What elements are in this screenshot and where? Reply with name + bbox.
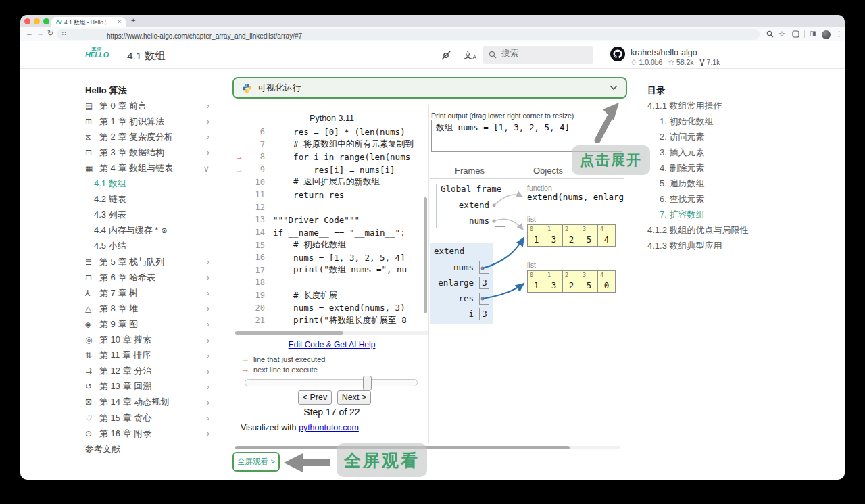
toc-item-access[interactable]: 2. 访问元素	[647, 129, 820, 145]
chevron-right-icon: ›	[207, 288, 211, 298]
list-object-nums: list 01 13 22 35 44	[527, 215, 616, 247]
zoom-page-icon[interactable]	[766, 30, 774, 38]
search-box[interactable]	[483, 46, 593, 64]
chevron-right-icon: ›	[207, 366, 211, 376]
new-tab-button[interactable]: +	[131, 16, 135, 24]
sidebar-item-ch2[interactable]: ⧖第 2 章 复杂度分析›	[85, 129, 211, 145]
array-cell: 13	[545, 224, 563, 247]
value-cell: 3	[479, 308, 489, 320]
sidebar-item-ch9[interactable]: ◈第 9 章 图›	[85, 316, 211, 332]
sidebar-item-ch11[interactable]: ⇅第 11 章 排序›	[85, 348, 211, 363]
sort-icon: ⇅	[85, 351, 99, 360]
site-info-icon[interactable]: ∷	[62, 30, 66, 37]
sidebar-item-4-5[interactable]: 4.5 小结	[85, 238, 211, 254]
sidebar-item-ch0[interactable]: ▤第 0 章 前言›	[85, 98, 211, 114]
sidebar-item-ch1[interactable]: ⊞第 1 章 初识算法›	[85, 114, 211, 129]
sidebar-item-ch5[interactable]: ≣第 5 章 栈与队列›	[85, 254, 211, 270]
page-title: 4.1 数组	[127, 49, 166, 64]
visual-run-panel-header[interactable]: 可视化运行	[232, 77, 627, 99]
tag-icon: ♢	[631, 58, 637, 66]
code-vertical-scrollbar[interactable]	[424, 197, 427, 313]
global-frame: Global frame extend nums	[436, 184, 505, 228]
sidebar-item-4-3[interactable]: 4.3 列表	[85, 207, 211, 223]
side-panel-icon[interactable]: ◨	[810, 30, 816, 37]
array-cell: 35	[580, 224, 598, 247]
toc-item-4-1-1[interactable]: 4.1.1 数组常用操作	[647, 98, 820, 114]
repo-name[interactable]: krahets/hello-algo	[631, 48, 697, 57]
sidebar-item-4-4[interactable]: 4.4 内存与缓存 *⊛	[85, 223, 211, 238]
toc-item-4-1-2[interactable]: 4.1.2 数组的优点与局限性	[647, 223, 820, 238]
array-cell: 22	[562, 224, 580, 247]
close-tab-icon[interactable]: ×	[118, 18, 121, 25]
translate-icon[interactable]: 文A	[464, 49, 476, 61]
theme-toggle-icon[interactable]	[441, 50, 451, 61]
sidebar-item-4-1[interactable]: 4.1 数组	[85, 176, 211, 192]
pointer-cell	[495, 199, 505, 211]
chevron-right-icon: ›	[207, 428, 211, 438]
sidebar-item-ch3[interactable]: ⊡第 3 章 数据结构›	[85, 145, 211, 160]
minimize-window-button[interactable]	[34, 18, 40, 24]
zoom-window-button[interactable]	[43, 18, 49, 24]
back-button[interactable]: ←	[26, 29, 33, 37]
print-output-label: Print output (drag lower right corner to…	[431, 111, 574, 120]
address-bar[interactable]: ∷ https://www.hello-algo.com/chapter_arr…	[57, 29, 760, 40]
toc-item-4-1-3[interactable]: 4.1.3 数组典型应用	[647, 238, 820, 254]
close-window-button[interactable]	[24, 18, 30, 24]
chevron-right-icon: ›	[207, 351, 211, 361]
array-cell: 22	[562, 270, 580, 293]
next-button[interactable]: Next >	[337, 390, 371, 405]
browser-tab[interactable]: 4.1 数组 - Hello 算法 ×	[51, 17, 126, 27]
search-icon	[489, 51, 497, 59]
sidebar-item-ch8[interactable]: △第 8 章 堆›	[85, 301, 211, 316]
step-slider-handle[interactable]	[363, 376, 372, 390]
divide-icon: ⇉	[85, 366, 99, 376]
extensions-icon[interactable]	[792, 30, 799, 38]
toc-item-traverse[interactable]: 5. 遍历数组	[647, 176, 820, 192]
sidebar-item-ch14[interactable]: ⊠第 14 章 动态规划›	[85, 395, 211, 410]
github-logo[interactable]	[610, 47, 625, 61]
sidebar-item-ch4[interactable]: ▦第 4 章 数组与链表∨	[85, 160, 211, 176]
code-horizontal-scrollbar[interactable]	[235, 331, 343, 335]
table-of-contents: 目录 4.1.1 数组常用操作 1. 初始化数组 2. 访问元素 3. 插入元素…	[647, 82, 820, 254]
toc-item-find[interactable]: 6. 查找元素	[647, 192, 820, 207]
tab-title: 4.1 数组 - Hello 算法	[64, 19, 106, 27]
premium-badge-icon: ⊛	[161, 226, 167, 235]
array-cell: 44	[597, 224, 616, 247]
toc-item-expand[interactable]: 7. 扩容数组	[647, 207, 820, 223]
chevron-down-icon: ∨	[203, 163, 211, 174]
search-input[interactable]	[501, 49, 588, 58]
sidebar-item-ch6[interactable]: ⊟第 6 章 哈希表›	[85, 270, 211, 285]
browser-menu-icon[interactable]: ⋮	[835, 30, 843, 39]
chevron-right-icon: ›	[207, 147, 211, 157]
sidebar-item-4-2[interactable]: 4.2 链表	[85, 192, 211, 207]
reload-button[interactable]: ↻	[47, 29, 53, 38]
profile-avatar[interactable]	[822, 30, 831, 39]
sidebar-item-ch7[interactable]: ⅄第 7 章 树›	[85, 285, 211, 301]
edit-code-link-wrap: Edit Code & Get AI Help	[235, 340, 428, 349]
sidebar-item-ch12[interactable]: ⇉第 12 章 分治›	[85, 363, 211, 379]
edit-code-link[interactable]: Edit Code & Get AI Help	[289, 340, 376, 349]
browser-window: 4.1 数组 - Hello 算法 × + ← → ↻ ∷ https://ww…	[20, 15, 845, 480]
frames-header: Frames	[443, 166, 497, 176]
toc-item-insert[interactable]: 3. 插入元素	[647, 145, 820, 160]
sidebar-item-ch16[interactable]: ⊙第 16 章 附录›	[85, 426, 211, 441]
intro-icon: ⊞	[85, 117, 99, 126]
toc-item-init[interactable]: 1. 初始化数组	[647, 114, 820, 129]
sidebar-item-ch10[interactable]: ◎第 10 章 搜索›	[85, 332, 211, 348]
sidebar-item-references[interactable]: 参考文献	[85, 441, 211, 457]
array-cell: 35	[580, 270, 598, 293]
prev-button[interactable]: < Prev	[298, 390, 332, 405]
forward-button[interactable]: →	[36, 29, 44, 37]
credit-line: Visualized with pythontutor.com	[241, 423, 359, 432]
hello-algo-logo[interactable]: 算法 HELLO	[85, 47, 109, 59]
pythontutor-link[interactable]: pythontutor.com	[299, 423, 359, 432]
toc-item-remove[interactable]: 4. 删除元素	[647, 160, 820, 176]
fullscreen-link[interactable]: 全屏观看 >	[232, 452, 280, 472]
sidebar-item-ch13[interactable]: ↺第 13 章 回溯›	[85, 379, 211, 395]
bookmark-star-icon[interactable]: ☆	[778, 30, 785, 39]
expand-annotation: 点击展开	[572, 145, 650, 175]
step-slider-track[interactable]	[245, 379, 418, 386]
chevron-down-icon[interactable]	[610, 85, 618, 91]
sidebar-item-ch15[interactable]: ♡第 15 章 贪心›	[85, 410, 211, 426]
chevron-right-icon: ›	[207, 116, 211, 126]
